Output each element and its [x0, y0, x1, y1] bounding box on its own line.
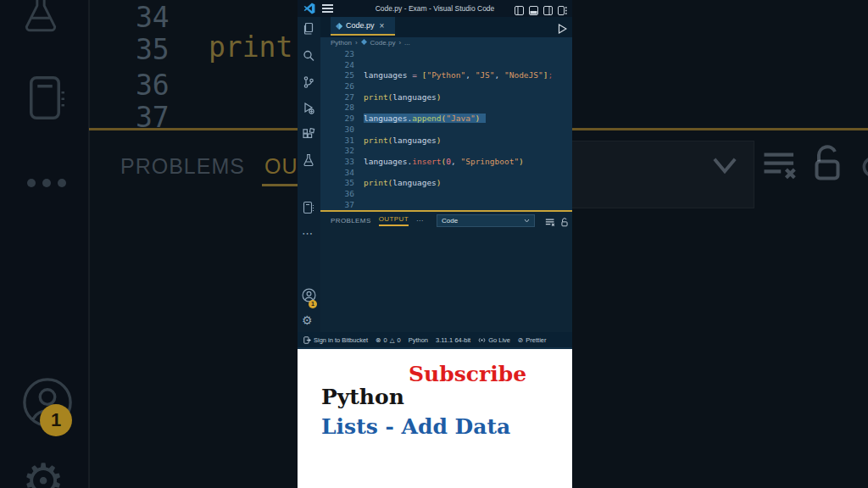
more-views-icon[interactable]: ⋯	[302, 227, 316, 241]
tab-output[interactable]: OUTPUT	[379, 215, 409, 226]
chevron-down-icon	[710, 154, 739, 180]
line-number: 23	[320, 49, 364, 58]
python-file-icon	[336, 18, 342, 33]
testing-flask-icon[interactable]	[302, 153, 316, 168]
python-file-icon	[361, 39, 367, 47]
output-channel-select[interactable]: Code	[437, 214, 535, 227]
code-line[interactable]: 29languages.append("Java")	[320, 113, 572, 124]
line-number: 37	[320, 200, 364, 209]
line-number: 27	[320, 92, 364, 102]
breadcrumb-separator: ›	[355, 39, 358, 47]
bg-line-number: 35	[136, 33, 170, 66]
clear-output-icon[interactable]	[545, 215, 555, 230]
line-number: 28	[320, 103, 364, 112]
code-text: print(languages)	[364, 136, 442, 145]
more-actions-icon	[27, 175, 73, 191]
bg-output-underline	[262, 184, 298, 186]
explorer-icon[interactable]	[302, 22, 316, 36]
breadcrumb[interactable]: Python › Code.py › ...	[320, 37, 572, 48]
bottom-panel: PROBLEMS OUTPUT ⋯ Code	[320, 210, 572, 332]
bg-line-number: 36	[136, 69, 170, 102]
status-bar: Sign in to Bitbucket ⊗ 0 △ 0 Python 3.11…	[298, 332, 572, 347]
code-text: print(languages)	[364, 178, 442, 187]
subscribe-text: Subscribe	[409, 362, 526, 386]
code-line[interactable]: 23	[320, 48, 572, 59]
code-line[interactable]: 27print(languages)	[320, 92, 572, 103]
breadcrumb-tail[interactable]: ...	[404, 39, 410, 47]
title-bar: Code.py - Exam - Visual Studio Code	[298, 0, 572, 17]
code-line[interactable]: 32	[320, 145, 572, 156]
breadcrumb-file[interactable]: Code.py	[370, 39, 396, 47]
flask-icon	[19, 0, 62, 36]
search-icon[interactable]	[302, 49, 316, 64]
code-line[interactable]: 28	[320, 103, 572, 114]
tab-label: Code.py	[346, 21, 375, 30]
notebook-icon[interactable]	[302, 201, 316, 215]
unlock-icon[interactable]	[560, 215, 569, 230]
statusbar-interpreter[interactable]: 3.11.1 64-bit	[436, 336, 470, 344]
code-line[interactable]: 34	[320, 167, 572, 178]
tab-bar: Code.py ×	[320, 17, 572, 37]
line-number: 24	[320, 60, 364, 69]
breadcrumb-root[interactable]: Python	[331, 39, 352, 47]
statusbar-prettier[interactable]: ⊘ Prettier	[518, 336, 546, 344]
code-text: languages.insert(0, "Springboot")	[364, 157, 524, 166]
breadcrumb-separator: ›	[398, 39, 401, 47]
line-number: 30	[320, 125, 364, 134]
prettier-icon: ⊘	[518, 336, 523, 344]
line-number: 34	[320, 168, 364, 177]
extensions-icon[interactable]	[302, 128, 316, 142]
bg-problems-tab: PROBLEMS	[120, 154, 245, 179]
account-badge: 1	[309, 300, 317, 308]
tab-problems[interactable]: PROBLEMS	[331, 217, 371, 225]
statusbar-signin[interactable]: Sign in to Bitbucket	[303, 336, 368, 344]
code-line[interactable]: 25languages = ["Python", "JS", "NodeJS"]…	[320, 69, 572, 80]
caption-title: Python	[321, 385, 404, 409]
clear-output-icon	[762, 148, 798, 186]
bg-line-number: 34	[136, 1, 170, 34]
code-line[interactable]: 36	[320, 188, 572, 199]
bg-output-tab: OU	[264, 154, 298, 179]
run-file-icon[interactable]	[558, 22, 567, 37]
caption-band: Subscribe Python Lists - Add Data	[298, 349, 572, 488]
close-icon[interactable]: ×	[380, 21, 385, 30]
settings-gear-icon[interactable]: ⚙	[302, 314, 316, 329]
source-control-icon[interactable]	[302, 75, 316, 90]
line-number: 36	[320, 189, 364, 198]
line-number: 26	[320, 81, 364, 91]
statusbar-problems[interactable]: ⊗ 0 △ 0	[376, 336, 400, 344]
statusbar-language[interactable]: Python	[409, 336, 428, 344]
code-text: print(languages)	[364, 92, 442, 102]
background-separator	[88, 0, 90, 488]
partial-icon	[860, 155, 868, 182]
signin-icon	[303, 336, 311, 344]
line-number: 35	[320, 178, 364, 187]
broadcast-icon	[478, 336, 486, 344]
code-text: languages = ["Python", "JS", "NodeJS"];	[364, 70, 553, 80]
code-line[interactable]: 30	[320, 124, 572, 135]
code-line[interactable]: 31print(languages)	[320, 135, 572, 146]
unlock-icon	[810, 144, 844, 186]
tab-code-py[interactable]: Code.py ×	[331, 17, 395, 36]
run-debug-icon[interactable]	[302, 102, 316, 116]
line-number: 33	[320, 157, 364, 166]
code-line[interactable]: 24	[320, 59, 572, 70]
panel-more-icon[interactable]: ⋯	[416, 217, 423, 225]
caption-subtitle: Lists - Add Data	[321, 414, 510, 439]
code-line[interactable]: 35print(languages)	[320, 178, 572, 189]
bg-code-fragment: print(	[209, 30, 309, 64]
line-number: 25	[320, 70, 364, 80]
line-number: 31	[320, 136, 364, 145]
statusbar-golive[interactable]: Go Live	[478, 336, 510, 344]
code-editor[interactable]: 232425languages = ["Python", "JS", "Node…	[320, 48, 572, 210]
code-line[interactable]: 26	[320, 80, 572, 92]
video-frame: 1 ⚙ 34 35 36 37 print( PROBLEMS OU Code.…	[0, 0, 868, 488]
code-text: languages.append("Java")	[364, 114, 486, 123]
code-line[interactable]: 33languages.insert(0, "Springboot")	[320, 156, 572, 167]
vscode-window: Code.py - Exam - Visual Studio Code ⋯ 1 …	[298, 0, 572, 349]
output-channel-value: Code	[442, 217, 458, 225]
warning-icon: △	[390, 336, 395, 344]
line-number: 32	[320, 146, 364, 155]
code-line[interactable]: 37	[320, 199, 572, 210]
activity-bar: ⋯ 1 ⚙	[298, 17, 320, 347]
